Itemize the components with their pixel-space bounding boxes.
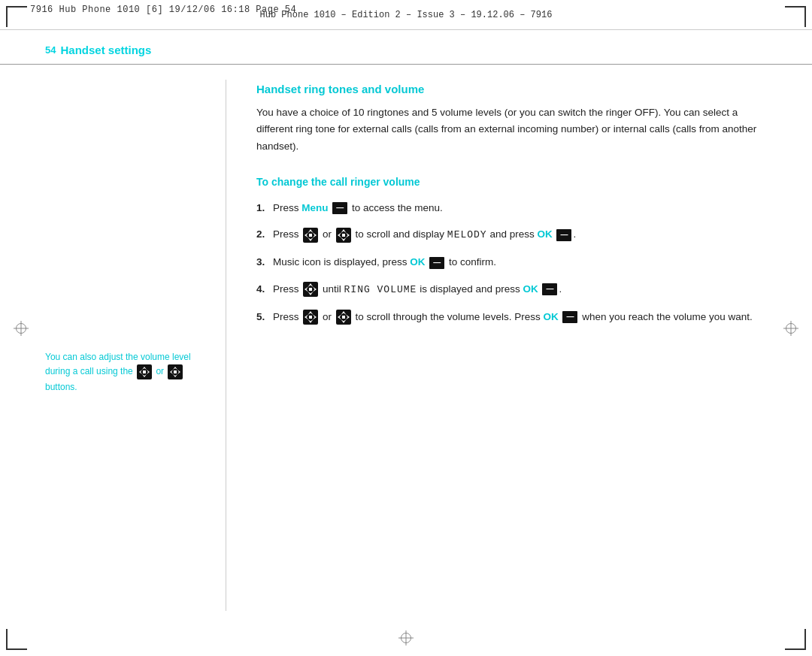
steps-list: 1. Press Menu — to access the menu. 2. P… xyxy=(256,200,767,325)
subsection2-title: To change the call ringer volume xyxy=(256,176,767,188)
step-3: 3. Music icon is displayed, press OK — t… xyxy=(256,254,767,271)
step-2-ok-label: OK xyxy=(537,228,552,240)
step-5-num: 5. xyxy=(256,309,273,325)
step-4: 4. Press until RING VOLUME is displayed … xyxy=(256,281,767,298)
two-column-layout: You can also adjust the volume level dur… xyxy=(0,65,812,626)
step-5-nav-icon-2 xyxy=(335,309,352,325)
step-1-content: Press Menu — to access the menu. xyxy=(273,200,767,216)
section-header: 54 Handset settings xyxy=(0,30,812,65)
step-2-content: Press or xyxy=(273,226,767,243)
step-1-menu-label: Menu xyxy=(301,202,328,213)
page-number: 54 xyxy=(45,44,56,56)
left-column: You can also adjust the volume level dur… xyxy=(45,65,226,626)
step-3-content: Music icon is displayed, press OK — to c… xyxy=(273,254,767,271)
step-4-ok-btn: — xyxy=(542,283,557,295)
step-2-melody-text: MELODY xyxy=(447,229,487,240)
step-5-content: Press or xyxy=(273,309,767,325)
page-header: 7916 Hub Phone 1010 [6] 19/12/06 16:18 P… xyxy=(0,0,812,30)
step-4-ok-label: OK xyxy=(523,283,538,295)
sidebar-nav-icon-1 xyxy=(136,364,153,380)
step-1: 1. Press Menu — to access the menu. xyxy=(256,200,767,216)
step-1-menu-btn: — xyxy=(332,202,347,214)
step-3-ok-label: OK xyxy=(410,256,425,268)
step-3-num: 3. xyxy=(256,254,273,271)
page-content: 54 Handset settings You can also adjust … xyxy=(0,30,812,626)
step-4-num: 4. xyxy=(256,281,273,298)
step-2-ok-btn: — xyxy=(556,229,571,241)
corner-bl xyxy=(6,629,27,650)
step-5-nav-icon-1 xyxy=(302,309,319,325)
sidebar-note: You can also adjust the volume level dur… xyxy=(45,350,211,394)
step-4-ring-volume-text: RING VOLUME xyxy=(344,284,417,295)
intro-text: You have a choice of 10 ringtones and 5 … xyxy=(256,104,767,155)
bottom-registration-mark xyxy=(398,630,414,645)
sidebar-nav-icon-2 xyxy=(167,364,183,380)
section-title: Handset settings xyxy=(60,44,151,56)
svg-rect-41 xyxy=(342,316,345,319)
step-2-nav-icon-1 xyxy=(302,227,319,243)
step-5: 5. Press or xyxy=(256,309,767,325)
step-4-content: Press until RING VOLUME is displayed and… xyxy=(273,281,767,298)
step-2-num: 2. xyxy=(256,226,273,243)
header-left-text: 7916 Hub Phone 1010 [6] 19/12/06 16:18 P… xyxy=(30,5,296,15)
step-1-num: 1. xyxy=(256,200,273,216)
step-2: 2. Press or xyxy=(256,226,767,243)
svg-rect-35 xyxy=(309,316,312,319)
svg-rect-5 xyxy=(143,370,146,373)
step-5-ok-label: OK xyxy=(543,311,558,322)
step-2-nav-icon-2 xyxy=(335,227,352,243)
step-4-nav-icon xyxy=(302,281,319,298)
header-center-text: Hub Phone 1010 – Edition 2 – Issue 3 – 1… xyxy=(260,10,553,20)
svg-rect-29 xyxy=(309,288,312,291)
step-3-ok-btn: — xyxy=(429,257,444,269)
svg-rect-11 xyxy=(174,370,177,373)
step-5-ok-btn: — xyxy=(562,311,577,323)
corner-br xyxy=(785,629,806,650)
right-column: Handset ring tones and volume You have a… xyxy=(226,65,767,626)
subsection1-title: Handset ring tones and volume xyxy=(256,83,767,95)
svg-rect-17 xyxy=(309,234,312,237)
svg-rect-23 xyxy=(342,234,345,237)
